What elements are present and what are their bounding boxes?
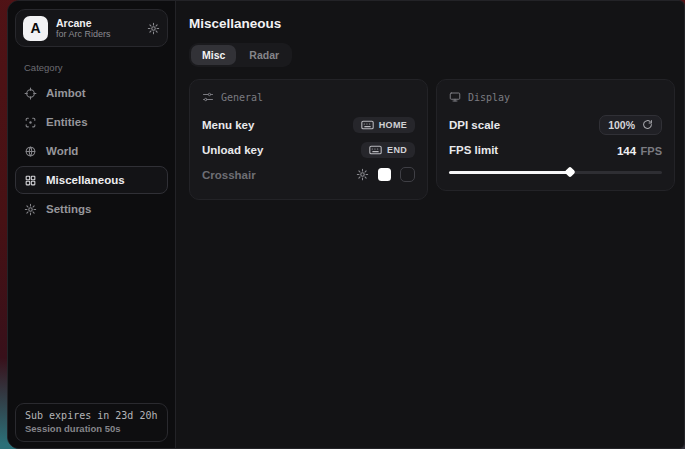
fps-limit-slider[interactable] bbox=[449, 166, 662, 178]
crosshair-checkbox[interactable] bbox=[400, 167, 415, 182]
sidebar-item-label: World bbox=[46, 145, 78, 157]
monitor-icon bbox=[449, 91, 461, 103]
category-label: Category bbox=[24, 62, 168, 73]
keyboard-icon bbox=[369, 145, 382, 155]
page-title: Miscellaneous bbox=[189, 16, 675, 31]
brand-logo: A bbox=[23, 16, 48, 41]
scan-icon bbox=[24, 116, 37, 129]
sidebar: A Arcane for Arc Riders Category Aimbot bbox=[8, 1, 176, 448]
unload-key-row: Unload key END bbox=[202, 137, 415, 162]
dpi-scale-label: DPI scale bbox=[449, 119, 500, 131]
menu-key-bind-button[interactable]: HOME bbox=[353, 117, 415, 133]
crosshair-controls bbox=[356, 167, 415, 182]
brand-text: Arcane for Arc Riders bbox=[56, 17, 139, 40]
sidebar-item-label: Entities bbox=[46, 116, 88, 128]
crosshair-row: Crosshair bbox=[202, 162, 415, 187]
unload-key-value: END bbox=[387, 145, 407, 155]
refresh-icon bbox=[642, 119, 653, 130]
brand-subtitle: for Arc Riders bbox=[56, 29, 139, 40]
crosshair-icon bbox=[24, 87, 37, 100]
crosshair-label: Crosshair bbox=[202, 169, 256, 181]
dpi-scale-value: 100% bbox=[608, 119, 635, 131]
general-panel-title: General bbox=[221, 92, 263, 103]
tab-misc[interactable]: Misc bbox=[191, 45, 236, 65]
brand-title: Arcane bbox=[56, 17, 139, 29]
sidebar-item-entities[interactable]: Entities bbox=[15, 108, 168, 136]
display-panel-title: Display bbox=[468, 92, 510, 103]
general-panel: General Menu key HOME Unload key bbox=[189, 79, 428, 200]
brand-card: A Arcane for Arc Riders bbox=[15, 9, 168, 47]
menu-key-label: Menu key bbox=[202, 119, 254, 131]
unload-key-bind-button[interactable]: END bbox=[361, 142, 415, 158]
tab-bar: Misc Radar bbox=[189, 43, 292, 67]
fps-slider-fill bbox=[449, 171, 570, 174]
keyboard-icon bbox=[361, 120, 374, 130]
fps-limit-value: 144 bbox=[617, 145, 636, 157]
subscription-info-card: Sub expires in 23d 20h Session duration … bbox=[15, 403, 168, 442]
fps-limit-row: FPS limit 144 FPS bbox=[449, 137, 662, 162]
sidebar-item-label: Miscellaneous bbox=[46, 174, 125, 186]
panels-row: General Menu key HOME Unload key bbox=[189, 79, 675, 200]
main-content: Miscellaneous Misc Radar General Menu ke… bbox=[176, 1, 685, 448]
tab-radar[interactable]: Radar bbox=[238, 45, 290, 65]
sidebar-item-label: Aimbot bbox=[46, 87, 86, 99]
globe-icon bbox=[24, 145, 37, 158]
crosshair-settings-gear-icon[interactable] bbox=[356, 168, 369, 181]
sidebar-item-label: Settings bbox=[46, 203, 91, 215]
sub-expiry-text: Sub expires in 23d 20h bbox=[25, 409, 158, 423]
sidebar-item-world[interactable]: World bbox=[15, 137, 168, 165]
gear-icon[interactable] bbox=[147, 22, 160, 35]
slider-thumb[interactable] bbox=[565, 166, 576, 177]
session-duration-text: Session duration 50s bbox=[25, 423, 158, 435]
general-panel-header: General bbox=[202, 91, 415, 103]
dpi-scale-select[interactable]: 100% bbox=[599, 115, 662, 135]
dpi-scale-row: DPI scale 100% bbox=[449, 112, 662, 137]
app-window: A Arcane for Arc Riders Category Aimbot bbox=[7, 0, 685, 449]
fps-limit-unit: FPS bbox=[641, 145, 662, 157]
menu-key-row: Menu key HOME bbox=[202, 112, 415, 137]
sliders-icon bbox=[202, 91, 214, 103]
grid-icon bbox=[24, 174, 37, 187]
sidebar-item-aimbot[interactable]: Aimbot bbox=[15, 79, 168, 107]
crosshair-color-swatch[interactable] bbox=[378, 168, 391, 181]
menu-key-value: HOME bbox=[379, 120, 407, 130]
sidebar-item-settings[interactable]: Settings bbox=[15, 195, 168, 223]
display-panel-header: Display bbox=[449, 91, 662, 103]
fps-limit-value-group: 144 FPS bbox=[617, 141, 662, 159]
gear-icon bbox=[24, 203, 37, 216]
display-panel: Display DPI scale 100% FPS limit bbox=[436, 79, 675, 191]
fps-limit-label: FPS limit bbox=[449, 144, 498, 156]
unload-key-label: Unload key bbox=[202, 144, 263, 156]
sidebar-item-miscellaneous[interactable]: Miscellaneous bbox=[15, 166, 168, 194]
